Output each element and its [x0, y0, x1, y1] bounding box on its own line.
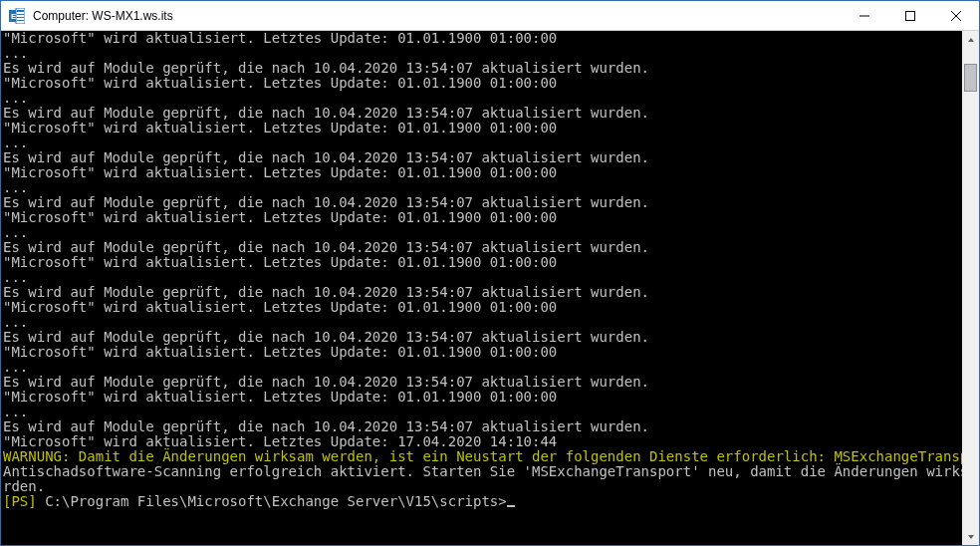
output-line: Es wird auf Module geprüft, die nach 10.… [3, 285, 962, 300]
output-line: ... [3, 360, 962, 375]
output-line-warning: WARNUNG: Damit die Änderungen wirksam we… [3, 449, 962, 464]
prompt-line: [PS] C:\Program Files\Microsoft\Exchange… [3, 494, 962, 509]
output-line: Es wird auf Module geprüft, die nach 10.… [3, 150, 962, 165]
output-line: "Microsoft" wird aktualisiert. Letztes U… [3, 31, 962, 46]
output-line: ... [3, 180, 962, 195]
svg-rect-5 [17, 20, 24, 21]
output-line: ... [3, 270, 962, 285]
scrollbar-up-button[interactable] [962, 31, 979, 48]
output-line: "Microsoft" wird aktualisiert. Letztes U… [3, 345, 962, 360]
scrollbar-down-button[interactable] [962, 528, 979, 545]
output-line: Es wird auf Module geprüft, die nach 10.… [3, 419, 962, 434]
svg-rect-3 [17, 14, 24, 15]
prompt-ps-tag: [PS] [3, 493, 37, 509]
exchange-management-shell-icon: E [7, 6, 27, 26]
terminal-output[interactable]: "Microsoft" wird aktualisiert. Letztes U… [1, 31, 962, 545]
close-button[interactable] [933, 1, 979, 30]
window-frame: E Computer: WS-MX1.ws.its "Microsoft" wi… [0, 0, 980, 546]
maximize-button[interactable] [887, 1, 933, 30]
output-line: "Microsoft" wird aktualisiert. Letztes U… [3, 121, 962, 136]
titlebar[interactable]: E Computer: WS-MX1.ws.its [1, 1, 979, 31]
output-line: "Microsoft" wird aktualisiert. Letztes U… [3, 300, 962, 315]
prompt-path: C:\Program Files\Microsoft\Exchange Serv… [37, 493, 507, 509]
output-line: ... [3, 91, 962, 106]
output-line: ... [3, 136, 962, 150]
output-line: Es wird auf Module geprüft, die nach 10.… [3, 195, 962, 210]
output-line: ... [3, 315, 962, 330]
output-line: Antischadsoftware-Scanning erfolgreich a… [3, 464, 962, 479]
svg-rect-2 [17, 10, 24, 12]
client-area: "Microsoft" wird aktualisiert. Letztes U… [1, 31, 979, 545]
minimize-button[interactable] [842, 1, 887, 30]
svg-text:E: E [11, 12, 17, 21]
svg-rect-8 [906, 11, 915, 20]
output-line: Es wird auf Module geprüft, die nach 10.… [3, 240, 962, 255]
svg-marker-12 [968, 535, 974, 539]
cursor [507, 505, 515, 507]
scrollbar-thumb[interactable] [964, 64, 977, 92]
output-line: "Microsoft" wird aktualisiert. Letztes U… [3, 434, 962, 449]
vertical-scrollbar[interactable] [962, 31, 979, 545]
output-line: "Microsoft" wird aktualisiert. Letztes U… [3, 165, 962, 180]
output-line: Es wird auf Module geprüft, die nach 10.… [3, 330, 962, 345]
window-title: Computer: WS-MX1.ws.its [33, 9, 842, 23]
output-line: Es wird auf Module geprüft, die nach 10.… [3, 61, 962, 76]
output-line: "Microsoft" wird aktualisiert. Letztes U… [3, 255, 962, 270]
output-line: ... [3, 46, 962, 61]
output-line: ... [3, 225, 962, 240]
svg-rect-4 [17, 17, 24, 18]
svg-marker-11 [968, 38, 974, 42]
output-line: rden. [3, 479, 962, 494]
output-line: "Microsoft" wird aktualisiert. Letztes U… [3, 390, 962, 405]
output-line: ... [3, 405, 962, 419]
output-line: "Microsoft" wird aktualisiert. Letztes U… [3, 76, 962, 91]
output-line: Es wird auf Module geprüft, die nach 10.… [3, 375, 962, 390]
output-line: Es wird auf Module geprüft, die nach 10.… [3, 106, 962, 121]
output-line: "Microsoft" wird aktualisiert. Letztes U… [3, 210, 962, 225]
